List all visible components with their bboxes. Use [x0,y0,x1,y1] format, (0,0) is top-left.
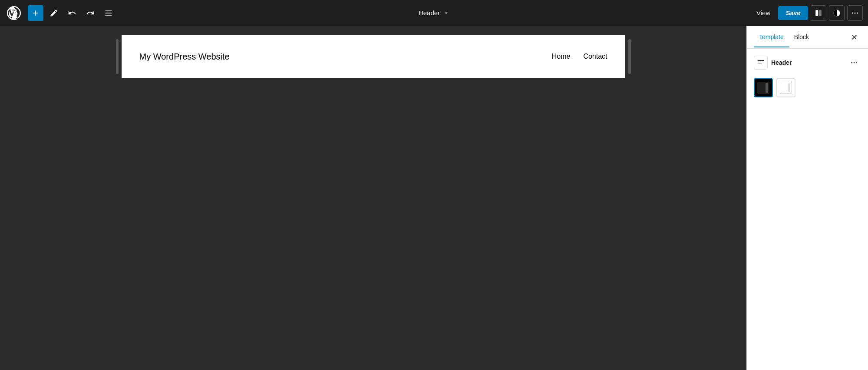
add-block-button[interactable] [28,5,43,21]
block-name-label: Header [771,59,792,66]
header-title-text: Header [419,9,440,17]
redo-icon [86,9,95,17]
wp-logo-icon [7,6,21,20]
layout-icon [815,9,822,17]
block-icon [754,56,768,70]
view-button[interactable]: View [751,7,776,19]
svg-rect-8 [758,63,762,64]
svg-rect-7 [758,62,760,63]
canvas-scroll-left [113,35,122,78]
toolbar-right: View Save [751,5,863,21]
undo-icon [68,9,76,17]
canvas-scroll-right [625,35,634,78]
wp-logo-button[interactable] [5,4,23,22]
right-panel: Template Block ✕ Header [746,26,868,370]
contrast-icon [833,9,841,17]
svg-rect-1 [819,10,822,16]
panel-content: Header [747,49,868,370]
right-scroll-handle[interactable] [628,39,631,74]
svg-point-9 [851,62,852,63]
svg-point-3 [852,12,853,13]
nav-link-home[interactable]: Home [552,53,571,60]
nav-link-contact[interactable]: Contact [583,53,607,60]
layout-toggle-button[interactable] [811,5,826,21]
more-options-button[interactable] [847,5,863,21]
style-option-dark-inner [757,82,769,94]
svg-rect-6 [758,60,764,61]
list-icon [104,9,113,17]
chevron-down-icon [442,10,449,17]
svg-point-4 [855,12,856,13]
svg-point-10 [854,62,855,63]
style-option-light[interactable] [776,78,795,97]
main-area: My WordPress Website Home Contact Templa… [0,26,868,370]
block-options-button[interactable] [847,56,861,70]
toolbar-center: Header [414,7,454,19]
editor-canvas: My WordPress Website Home Contact [0,26,746,370]
block-header-row: Header [754,56,861,70]
style-option-light-inner [780,82,792,94]
list-view-button[interactable] [101,5,116,21]
header-title-button[interactable]: Header [414,7,454,19]
site-title: My WordPress Website [139,52,230,62]
block-header-info: Header [754,56,792,70]
header-block[interactable]: My WordPress Website Home Contact [122,35,625,78]
plus-icon [31,9,40,17]
left-scroll-handle[interactable] [116,39,119,74]
redo-button[interactable] [83,5,98,21]
tab-block[interactable]: Block [789,27,814,47]
toolbar-left [5,4,116,22]
svg-point-5 [857,12,858,13]
tab-template[interactable]: Template [754,27,789,47]
svg-rect-0 [815,10,818,16]
tools-button[interactable] [46,5,62,21]
save-button[interactable]: Save [778,6,808,20]
canvas-wrapper: My WordPress Website Home Contact [113,35,634,78]
svg-point-11 [856,62,857,63]
block-more-icon [850,59,858,67]
header-block-icon [757,59,765,67]
pen-icon [50,9,58,17]
style-option-dark[interactable] [754,78,773,97]
more-icon [851,9,859,17]
navigation: Home Contact [552,53,607,60]
top-toolbar: Header View Save [0,0,868,26]
panel-close-button[interactable]: ✕ [847,30,861,44]
undo-button[interactable] [64,5,80,21]
style-options [754,78,861,97]
panel-tabs: Template Block ✕ [747,26,868,49]
contrast-button[interactable] [829,5,845,21]
